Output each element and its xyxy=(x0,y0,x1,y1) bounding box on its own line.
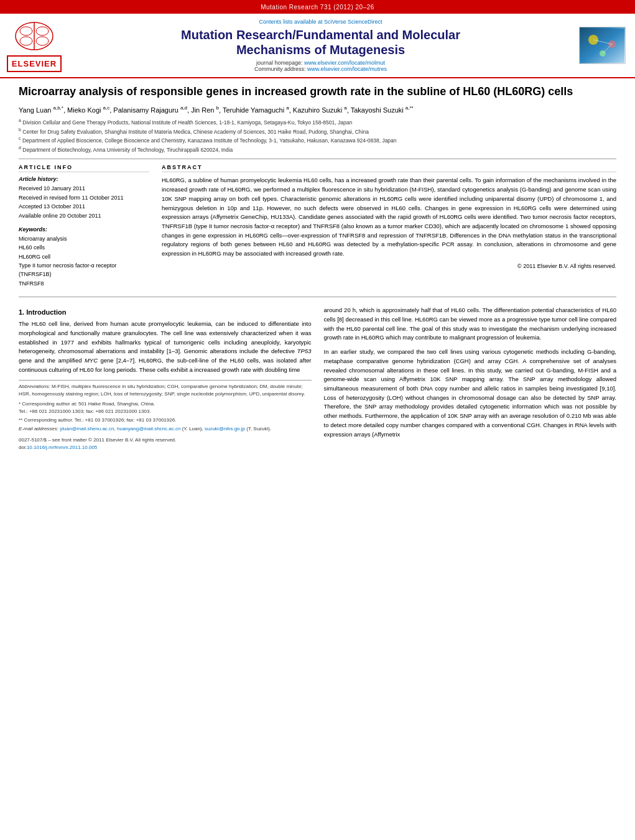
body-col-left: 1. Introduction The HL60 cell line, deri… xyxy=(19,306,312,451)
keyword-tnf: Type II tumor necrosis factor-α receptor xyxy=(19,261,149,270)
corresponding1-footnote: * Corresponding author at: 501 Haike Roa… xyxy=(19,400,312,408)
authors-line: Yang Luan a,b,*, Mieko Kogi a,c, Palanis… xyxy=(19,105,616,114)
svg-point-3 xyxy=(36,27,49,35)
body-two-col: 1. Introduction The HL60 cell line, deri… xyxy=(19,306,616,451)
intro-title: 1. Introduction xyxy=(19,308,312,316)
doi-link[interactable]: 10.1016/j.mrfmmm.2011.10.005 xyxy=(27,445,97,450)
revised-date: Received in revised form 11 October 2011 xyxy=(19,193,149,202)
abbreviations-footnote: Abbreviations: M-FISH, multiplex fluores… xyxy=(19,383,312,398)
elsevier-logo-area: ELSEVIER xyxy=(6,19,62,72)
page: Mutation Research 731 (2012) 20–26 ELSEV… xyxy=(0,0,635,840)
keyword-tnfrsf1b: (TNFRSF1B) xyxy=(19,270,149,279)
copyright: © 2011 Elsevier B.V. All rights reserved… xyxy=(162,262,616,271)
homepage-url[interactable]: www.elsevier.com/locate/molmut xyxy=(304,60,385,66)
community-url[interactable]: www.elsevier.com/locate/mutres xyxy=(307,66,387,72)
email3-link[interactable]: suzuki@nihs.go.jp xyxy=(205,426,245,432)
intro-para-2: around 20 h, which is approximately half… xyxy=(324,306,617,343)
journal-full-title: Mutation Research/Fundamental and Molecu… xyxy=(73,27,568,57)
svg-point-4 xyxy=(20,37,32,45)
article-title: Microarray analysis of responsible genes… xyxy=(19,85,616,99)
article-history: Article history: Received 10 January 201… xyxy=(19,176,149,220)
email2-link[interactable]: huanyang@mail.shcnc.ac.cn xyxy=(117,426,180,432)
homepage-link-label: journal homepage: www.elsevier.com/locat… xyxy=(73,60,568,66)
keyword-hl60: HL60 cells xyxy=(19,243,149,252)
divider2 xyxy=(19,297,616,297)
history-label: Article history: xyxy=(19,176,149,182)
elsevier-tree-icon xyxy=(12,19,56,53)
keyword-microarray: Microarray analysis xyxy=(19,234,149,243)
journal-cover-image xyxy=(579,27,626,64)
journal-title-area: Contents lists available at SciVerse Sci… xyxy=(67,19,574,72)
sciverse-text: SciVerse ScienceDirect xyxy=(324,19,382,25)
svg-point-5 xyxy=(36,37,49,45)
abstract-column: ABSTRACT HL60RG, a subline of human prom… xyxy=(162,164,616,288)
accepted-date: Accepted 13 October 2011 xyxy=(19,202,149,211)
keywords-label: Keywords: xyxy=(19,226,149,233)
email1-link[interactable]: yluan@mail.shenu.ac.cn xyxy=(60,426,114,432)
elsevier-text: ELSEVIER xyxy=(7,55,62,72)
article-info-column: ARTICLE INFO Article history: Received 1… xyxy=(19,164,149,288)
community-link-label: Community address: www.elsevier.com/loca… xyxy=(73,66,568,72)
article-info-header: ARTICLE INFO xyxy=(19,164,149,172)
intro-text-col2: around 20 h, which is approximately half… xyxy=(324,306,617,439)
journal-header: ELSEVIER Contents lists available at Sci… xyxy=(0,14,635,78)
intro-text-col1: The HL60 cell line, derived from human a… xyxy=(19,320,312,374)
body-col-right: around 20 h, which is approximately half… xyxy=(324,306,617,451)
doi-footnote: doi:10.1016/j.mrfmmm.2011.10.005 xyxy=(19,444,312,451)
svg-point-2 xyxy=(20,27,32,35)
divider xyxy=(19,159,616,159)
abstract-header: ABSTRACT xyxy=(162,164,616,172)
keyword-tnfrsf8: TNFRSF8 xyxy=(19,279,149,288)
journal-citation-bar: Mutation Research 731 (2012) 20–26 xyxy=(0,0,635,14)
abstract-text: HL60RG, a subline of human promyelocytic… xyxy=(162,176,616,270)
journal-homepage-links: journal homepage: www.elsevier.com/locat… xyxy=(73,60,568,72)
keyword-hl60rg: HL60RG cell xyxy=(19,252,149,261)
intro-para-3: In an earlier study, we compared the two… xyxy=(324,348,617,439)
sciverse-link[interactable]: Contents lists available at SciVerse Sci… xyxy=(73,19,568,25)
article-content: Microarray analysis of responsible genes… xyxy=(0,78,635,294)
journal-cover-icon xyxy=(581,29,624,63)
footnote-area: Abbreviations: M-FISH, multiplex fluores… xyxy=(19,380,312,451)
article-info-abstract: ARTICLE INFO Article history: Received 1… xyxy=(19,164,616,288)
received-date: Received 10 January 2011 xyxy=(19,184,149,193)
svg-rect-6 xyxy=(581,29,624,63)
journal-citation: Mutation Research 731 (2012) 20–26 xyxy=(261,4,374,11)
affiliations: a Division Cellular and Gene Therapy Pro… xyxy=(19,118,616,154)
body-content: 1. Introduction The HL60 cell line, deri… xyxy=(0,300,635,457)
corresponding2-footnote: ** Corresponding author. Tel.: +81 03 37… xyxy=(19,417,312,424)
email-footnote: E-mail addresses: yluan@mail.shenu.ac.cn… xyxy=(19,425,312,433)
issn-footnote: 0027-5107/$ – see front matter © 2011 El… xyxy=(19,436,312,444)
intro-para-1: The HL60 cell line, derived from human a… xyxy=(19,320,312,374)
keywords-block: Keywords: Microarray analysis HL60 cells… xyxy=(19,226,149,288)
journal-logo-right xyxy=(579,27,629,64)
tel1-footnote: Tel.: +86 021 20231000 1303; fax: +86 02… xyxy=(19,408,312,415)
available-date: Available online 20 October 2011 xyxy=(19,211,149,220)
